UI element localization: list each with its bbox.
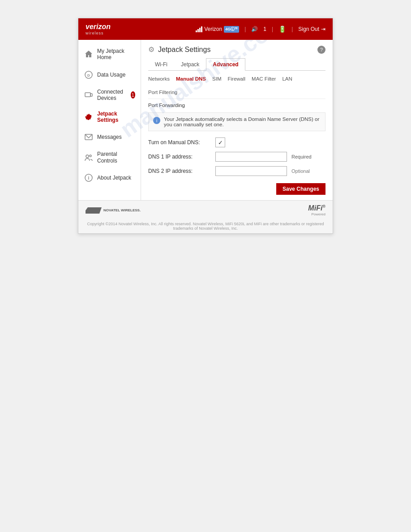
header-divider2: | — [272, 26, 273, 32]
sidebar: My Jetpack Home D Data Usage — [78, 40, 141, 200]
svg-point-5 — [86, 155, 89, 158]
lte-badge: 4GⓁᵀᴱ — [224, 26, 239, 33]
subnav-mac-filter[interactable]: MAC Filter — [252, 75, 276, 82]
subnav-networks[interactable]: Networks — [148, 75, 170, 82]
verizon-brand: verizon — [86, 23, 111, 31]
tab-jetpack[interactable]: Jetpack — [174, 58, 206, 71]
sidebar-item-parental[interactable]: Parental Controls — [78, 146, 141, 168]
page-title-text: Jetpack Settings — [158, 46, 210, 54]
info-icon: i — [153, 117, 160, 124]
subnav-firewall[interactable]: Firewall — [227, 75, 245, 82]
footer-mifi-area: MiFi® Powered — [308, 204, 325, 216]
help-icon[interactable]: ? — [317, 46, 325, 54]
sidebar-label-devices: Connected Devices — [97, 89, 127, 102]
parental-icon — [84, 153, 94, 163]
svg-text:i: i — [88, 176, 90, 180]
save-changes-button[interactable]: Save Changes — [276, 183, 325, 195]
sidebar-label-parental: Parental Controls — [97, 151, 135, 164]
signal-bar-2 — [197, 29, 199, 32]
dns1-input[interactable] — [215, 152, 287, 162]
devices-icon — [84, 90, 94, 100]
wireless-label: wireless — [86, 31, 111, 35]
subnav-sim[interactable]: SIM — [212, 75, 221, 82]
sidebar-label-about: About Jetpack — [97, 175, 131, 181]
sidebar-label-settings: Jetpack Settings — [97, 111, 135, 124]
svg-marker-9 — [86, 207, 102, 214]
signal-bar-3 — [199, 28, 201, 32]
content-area: ⚙ Jetpack Settings ? Wi-Fi Jetpack — [141, 40, 333, 200]
sidebar-label-data: Data Usage — [97, 72, 125, 78]
volume-value: 1 — [263, 26, 266, 32]
volume-icon: 🔊 — [251, 26, 258, 32]
dns2-hint: Optional — [291, 168, 310, 174]
novatel-label: NOVATEL WIRELESS. — [103, 208, 141, 212]
title-gear-icon: ⚙ — [148, 45, 154, 54]
signal-bar-1 — [196, 30, 197, 32]
sub-section-title: Port Forwarding — [148, 103, 325, 108]
dns2-label: DNS 2 IP address: — [148, 168, 211, 174]
messages-icon — [84, 132, 94, 142]
brand-logo: verizon wireless — [86, 23, 111, 35]
devices-badge: 1 — [131, 91, 135, 99]
page-title: ⚙ Jetpack Settings — [148, 45, 210, 54]
dns1-hint: Required — [291, 154, 312, 159]
save-btn-row: Save Changes — [148, 183, 325, 195]
settings-icon — [84, 112, 94, 122]
novatel-shape-icon — [86, 207, 102, 214]
header-divider: | — [244, 26, 246, 32]
page-title-row: ⚙ Jetpack Settings ? — [148, 45, 325, 54]
sign-out-icon: ⇥ — [321, 26, 325, 32]
info-text: Your Jetpack automatically selects a Dom… — [164, 116, 321, 127]
sidebar-item-data[interactable]: D Data Usage — [78, 65, 141, 84]
novatel-logo: NOVATEL WIRELESS. — [86, 207, 141, 214]
svg-text:D: D — [87, 73, 90, 77]
battery-icon: 🔋 — [278, 26, 286, 33]
sidebar-label-messages: Messages — [97, 134, 122, 140]
sidebar-label-home: My Jetpack Home — [97, 48, 135, 61]
tab-advanced[interactable]: Advanced — [206, 58, 245, 71]
checkbox-check-icon: ✓ — [218, 139, 223, 146]
sidebar-item-about[interactable]: i About Jetpack — [78, 168, 141, 187]
header-right: Verizon 4GⓁᵀᴱ | 🔊 1 | 🔋 | Sign Out ⇥ — [196, 26, 325, 33]
signal-bars — [196, 26, 202, 32]
about-icon: i — [84, 173, 94, 183]
sidebar-item-devices[interactable]: Connected Devices 1 — [78, 84, 141, 106]
svg-point-6 — [90, 155, 91, 157]
footer-copyright: Copyright ©2014 Novatel Wireless, Inc. A… — [78, 220, 333, 233]
subnav-manual-dns[interactable]: Manual DNS — [176, 75, 206, 82]
mifi-label: MiFi® — [308, 204, 325, 212]
sign-out-button[interactable]: Sign Out ⇥ — [298, 26, 325, 32]
carrier-name: Verizon — [204, 26, 222, 32]
sign-out-label: Sign Out — [298, 26, 319, 32]
tab-wifi[interactable]: Wi-Fi — [148, 58, 174, 71]
sidebar-item-settings[interactable]: Jetpack Settings — [78, 106, 141, 128]
info-box: i Your Jetpack automatically selects a D… — [148, 112, 325, 131]
dns2-input[interactable] — [215, 166, 287, 176]
footer-logo: NOVATEL WIRELESS. — [86, 207, 141, 214]
manual-dns-label: Turn on Manual DNS: — [148, 139, 211, 146]
sidebar-item-messages[interactable]: Messages — [78, 128, 141, 146]
dns1-row: DNS 1 IP address: Required — [148, 152, 325, 162]
sub-nav: Networks Manual DNS SIM Firewall MAC Fil… — [148, 75, 325, 99]
dns2-row: DNS 2 IP address: Optional — [148, 166, 325, 176]
header-divider3: | — [291, 26, 293, 32]
subnav-port-filtering[interactable]: Port Filtering — [148, 89, 177, 96]
subnav-lan[interactable]: LAN — [282, 75, 292, 82]
svg-rect-3 — [90, 94, 92, 96]
signal-indicator: Verizon 4GⓁᵀᴱ — [196, 26, 239, 33]
header: verizon wireless Verizon 4GⓁᵀᴱ — [78, 18, 333, 40]
main-layout: manualshive.com My Jetpack Home — [78, 40, 333, 200]
svg-rect-2 — [85, 93, 90, 97]
signal-bar-4 — [201, 26, 202, 32]
manual-dns-checkbox[interactable]: ✓ — [215, 137, 225, 147]
tabs-row: Wi-Fi Jetpack Advanced — [148, 58, 325, 71]
manual-dns-row: Turn on Manual DNS: ✓ — [148, 137, 325, 147]
home-icon — [84, 49, 94, 59]
footer: NOVATEL WIRELESS. MiFi® Powered — [78, 200, 333, 220]
powered-label: Powered — [308, 212, 325, 216]
data-icon: D — [84, 70, 94, 80]
dns1-label: DNS 1 IP address: — [148, 154, 211, 160]
sidebar-item-home[interactable]: My Jetpack Home — [78, 43, 141, 65]
